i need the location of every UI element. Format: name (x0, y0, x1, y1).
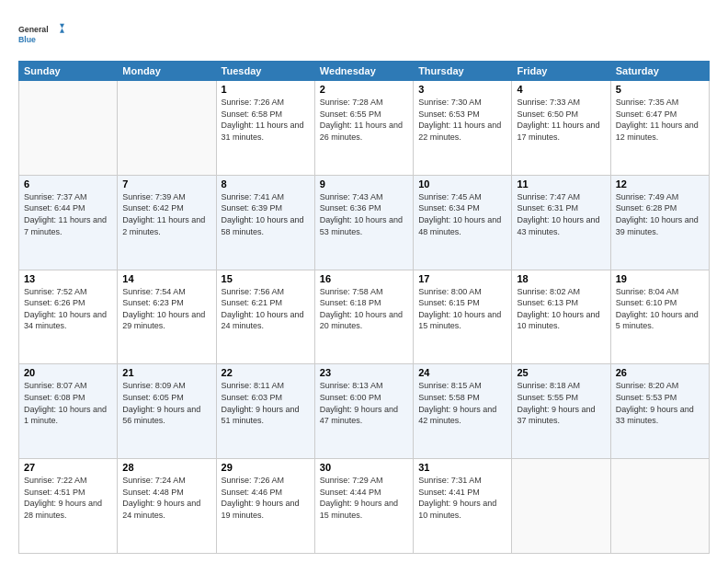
svg-text:Blue: Blue (18, 35, 36, 44)
calendar-week-row: 6Sunrise: 7:37 AMSunset: 6:44 PMDaylight… (19, 175, 710, 270)
day-info: Sunrise: 7:49 AMSunset: 6:28 PMDaylight:… (616, 191, 704, 237)
calendar-table: SundayMondayTuesdayWednesdayThursdayFrid… (18, 61, 710, 554)
calendar-cell: 30Sunrise: 7:29 AMSunset: 4:44 PMDayligh… (314, 459, 413, 554)
calendar-cell: 8Sunrise: 7:41 AMSunset: 6:39 PMDaylight… (216, 175, 314, 270)
calendar-cell: 28Sunrise: 7:24 AMSunset: 4:48 PMDayligh… (118, 459, 216, 554)
calendar-cell: 21Sunrise: 8:09 AMSunset: 6:05 PMDayligh… (118, 364, 216, 459)
calendar-cell (19, 81, 118, 176)
day-info: Sunrise: 7:29 AMSunset: 4:44 PMDaylight:… (320, 475, 408, 521)
day-number: 3 (418, 84, 506, 95)
calendar-weekday-header: Tuesday (216, 62, 314, 81)
day-number: 23 (320, 367, 408, 378)
day-info: Sunrise: 8:09 AMSunset: 6:05 PMDaylight:… (122, 380, 210, 426)
day-number: 29 (222, 462, 310, 473)
calendar-cell: 23Sunrise: 8:13 AMSunset: 6:00 PMDayligh… (314, 364, 413, 459)
day-number: 27 (24, 462, 112, 473)
calendar-cell: 17Sunrise: 8:00 AMSunset: 6:15 PMDayligh… (414, 270, 512, 364)
day-info: Sunrise: 8:02 AMSunset: 6:13 PMDaylight:… (517, 286, 605, 332)
day-info: Sunrise: 8:20 AMSunset: 5:53 PMDaylight:… (616, 380, 704, 426)
day-number: 2 (320, 84, 408, 95)
calendar-cell: 22Sunrise: 8:11 AMSunset: 6:03 PMDayligh… (216, 364, 314, 459)
header: General Blue (18, 17, 710, 52)
day-info: Sunrise: 7:47 AMSunset: 6:31 PMDaylight:… (517, 191, 605, 237)
calendar-week-row: 13Sunrise: 7:52 AMSunset: 6:26 PMDayligh… (19, 270, 710, 364)
page: General Blue SundayMondayTuesdayWednesda… (0, 0, 728, 563)
calendar-cell: 26Sunrise: 8:20 AMSunset: 5:53 PMDayligh… (610, 364, 709, 459)
day-info: Sunrise: 8:13 AMSunset: 6:00 PMDaylight:… (320, 380, 408, 426)
day-info: Sunrise: 7:31 AMSunset: 4:41 PMDaylight:… (418, 475, 506, 521)
day-info: Sunrise: 8:07 AMSunset: 6:08 PMDaylight:… (24, 380, 112, 426)
calendar-cell: 15Sunrise: 7:56 AMSunset: 6:21 PMDayligh… (216, 270, 314, 364)
logo: General Blue (18, 17, 64, 52)
day-number: 7 (122, 178, 210, 190)
day-number: 13 (24, 273, 112, 284)
day-info: Sunrise: 8:11 AMSunset: 6:03 PMDaylight:… (222, 380, 310, 426)
day-number: 16 (320, 273, 408, 284)
day-info: Sunrise: 8:04 AMSunset: 6:10 PMDaylight:… (616, 286, 704, 332)
day-number: 9 (320, 178, 408, 190)
day-info: Sunrise: 7:54 AMSunset: 6:23 PMDaylight:… (122, 286, 210, 332)
day-number: 25 (517, 367, 605, 378)
calendar-cell: 29Sunrise: 7:26 AMSunset: 4:46 PMDayligh… (216, 459, 314, 554)
day-info: Sunrise: 7:56 AMSunset: 6:21 PMDaylight:… (222, 286, 310, 332)
calendar-cell: 18Sunrise: 8:02 AMSunset: 6:13 PMDayligh… (512, 270, 610, 364)
day-info: Sunrise: 7:35 AMSunset: 6:47 PMDaylight:… (616, 97, 704, 143)
day-number: 12 (616, 178, 704, 190)
svg-marker-2 (60, 24, 64, 33)
calendar-header-row: SundayMondayTuesdayWednesdayThursdayFrid… (19, 62, 710, 81)
day-info: Sunrise: 7:28 AMSunset: 6:55 PMDaylight:… (320, 97, 408, 143)
day-number: 8 (222, 178, 310, 190)
day-number: 10 (418, 178, 506, 190)
day-number: 17 (418, 273, 506, 284)
calendar-cell: 5Sunrise: 7:35 AMSunset: 6:47 PMDaylight… (610, 81, 709, 176)
calendar-week-row: 27Sunrise: 7:22 AMSunset: 4:51 PMDayligh… (19, 459, 710, 554)
day-info: Sunrise: 7:52 AMSunset: 6:26 PMDaylight:… (24, 286, 112, 332)
calendar-cell: 19Sunrise: 8:04 AMSunset: 6:10 PMDayligh… (610, 270, 709, 364)
day-number: 30 (320, 462, 408, 473)
calendar-cell: 12Sunrise: 7:49 AMSunset: 6:28 PMDayligh… (610, 175, 709, 270)
calendar-weekday-header: Thursday (414, 62, 512, 81)
calendar-cell: 14Sunrise: 7:54 AMSunset: 6:23 PMDayligh… (118, 270, 216, 364)
calendar-cell: 11Sunrise: 7:47 AMSunset: 6:31 PMDayligh… (512, 175, 610, 270)
day-number: 18 (517, 273, 605, 284)
calendar-cell: 6Sunrise: 7:37 AMSunset: 6:44 PMDaylight… (19, 175, 118, 270)
day-info: Sunrise: 7:30 AMSunset: 6:53 PMDaylight:… (418, 97, 506, 143)
day-info: Sunrise: 7:39 AMSunset: 6:42 PMDaylight:… (122, 191, 210, 237)
calendar-week-row: 1Sunrise: 7:26 AMSunset: 6:58 PMDaylight… (19, 81, 710, 176)
day-number: 31 (418, 462, 506, 473)
calendar-cell: 1Sunrise: 7:26 AMSunset: 6:58 PMDaylight… (216, 81, 314, 176)
day-info: Sunrise: 7:58 AMSunset: 6:18 PMDaylight:… (320, 286, 408, 332)
calendar-weekday-header: Sunday (19, 62, 118, 81)
calendar-cell (610, 459, 709, 554)
day-info: Sunrise: 7:37 AMSunset: 6:44 PMDaylight:… (24, 191, 112, 237)
day-info: Sunrise: 7:45 AMSunset: 6:34 PMDaylight:… (418, 191, 506, 237)
calendar-weekday-header: Monday (118, 62, 216, 81)
day-number: 22 (222, 367, 310, 378)
calendar-cell: 27Sunrise: 7:22 AMSunset: 4:51 PMDayligh… (19, 459, 118, 554)
day-number: 1 (222, 84, 310, 95)
day-info: Sunrise: 7:24 AMSunset: 4:48 PMDaylight:… (122, 475, 210, 521)
day-number: 15 (222, 273, 310, 284)
calendar-cell: 7Sunrise: 7:39 AMSunset: 6:42 PMDaylight… (118, 175, 216, 270)
day-info: Sunrise: 7:33 AMSunset: 6:50 PMDaylight:… (517, 97, 605, 143)
calendar-week-row: 20Sunrise: 8:07 AMSunset: 6:08 PMDayligh… (19, 364, 710, 459)
calendar-weekday-header: Wednesday (314, 62, 413, 81)
day-number: 5 (616, 84, 704, 95)
day-number: 11 (517, 178, 605, 190)
day-number: 24 (418, 367, 506, 378)
day-info: Sunrise: 8:18 AMSunset: 5:55 PMDaylight:… (517, 380, 605, 426)
calendar-cell: 2Sunrise: 7:28 AMSunset: 6:55 PMDaylight… (314, 81, 413, 176)
calendar-cell: 24Sunrise: 8:15 AMSunset: 5:58 PMDayligh… (414, 364, 512, 459)
svg-text:General: General (18, 25, 49, 34)
calendar-weekday-header: Saturday (610, 62, 709, 81)
calendar-cell: 9Sunrise: 7:43 AMSunset: 6:36 PMDaylight… (314, 175, 413, 270)
calendar-cell: 31Sunrise: 7:31 AMSunset: 4:41 PMDayligh… (414, 459, 512, 554)
day-number: 21 (122, 367, 210, 378)
calendar-cell (512, 459, 610, 554)
calendar-cell: 4Sunrise: 7:33 AMSunset: 6:50 PMDaylight… (512, 81, 610, 176)
day-number: 26 (616, 367, 704, 378)
day-info: Sunrise: 8:15 AMSunset: 5:58 PMDaylight:… (418, 380, 506, 426)
day-number: 6 (24, 178, 112, 190)
day-number: 28 (122, 462, 210, 473)
calendar-cell: 10Sunrise: 7:45 AMSunset: 6:34 PMDayligh… (414, 175, 512, 270)
